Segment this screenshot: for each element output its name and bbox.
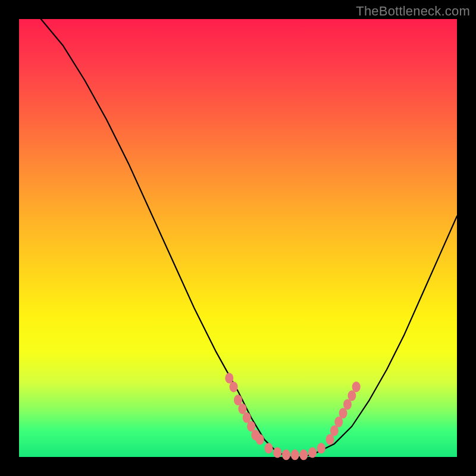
plot-area	[19, 19, 457, 457]
highlight-dot	[230, 381, 238, 392]
highlight-dot	[299, 449, 308, 460]
highlight-dot	[317, 443, 325, 453]
highlight-dots	[225, 373, 360, 461]
curve-svg	[19, 19, 457, 457]
highlight-dot	[291, 449, 299, 460]
highlight-dot	[347, 390, 356, 401]
highlight-dot	[326, 434, 334, 445]
highlight-dot	[308, 447, 317, 458]
highlight-dot	[352, 381, 361, 392]
highlight-dot	[273, 447, 281, 458]
highlight-dot	[265, 443, 273, 453]
highlight-dot	[282, 449, 290, 460]
highlight-dot	[238, 403, 246, 414]
bottleneck-curve	[41, 19, 457, 457]
chart-frame: TheBottleneck.com	[0, 0, 476, 476]
watermark-label: TheBottleneck.com	[356, 4, 470, 19]
highlight-dot	[256, 434, 264, 445]
